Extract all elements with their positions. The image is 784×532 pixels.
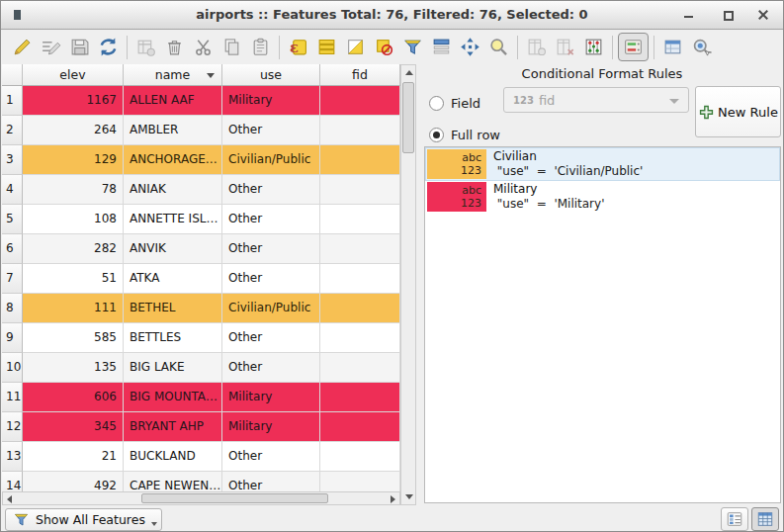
- row-number[interactable]: 4: [2, 175, 23, 205]
- cell-name[interactable]: BUCKLAND: [124, 442, 222, 472]
- cell-use[interactable]: Other: [222, 116, 320, 145]
- cell-elev[interactable]: 345: [23, 412, 124, 442]
- cell-use[interactable]: Other: [222, 442, 320, 472]
- delete-selected-button[interactable]: [161, 34, 188, 60]
- vertical-scroll-thumb[interactable]: [402, 82, 414, 153]
- cell-name[interactable]: ATKA: [124, 264, 222, 294]
- rule-item[interactable]: abc123Civilian "use" = 'Civilian/Public': [426, 148, 779, 180]
- deselect-all-button[interactable]: [371, 34, 397, 60]
- cell-use[interactable]: Civilian/Public: [222, 145, 320, 175]
- cell-name[interactable]: ANVIK: [124, 234, 222, 264]
- row-number[interactable]: 1: [2, 86, 23, 116]
- cell-fid[interactable]: [320, 234, 400, 264]
- conditional-formatting-button[interactable]: [618, 33, 649, 61]
- cell-elev[interactable]: 264: [23, 116, 124, 145]
- cut-features-button[interactable]: [190, 34, 217, 60]
- delete-field-button[interactable]: [552, 34, 578, 60]
- cell-fid[interactable]: [320, 205, 400, 234]
- copy-features-button[interactable]: [218, 34, 245, 60]
- cell-fid[interactable]: [320, 145, 400, 175]
- cell-name[interactable]: BETTLES: [124, 323, 222, 353]
- cell-elev[interactable]: 51: [23, 264, 124, 294]
- cell-use[interactable]: Military: [222, 412, 320, 442]
- cell-fid[interactable]: [320, 294, 400, 323]
- cell-use[interactable]: Other: [222, 264, 320, 294]
- cell-fid[interactable]: [320, 442, 400, 472]
- rule-color-swatch[interactable]: abc123: [427, 149, 486, 179]
- scroll-up-arrow-icon[interactable]: [405, 70, 413, 75]
- move-selection-to-top-button[interactable]: [428, 34, 455, 60]
- cell-elev[interactable]: 492: [23, 472, 124, 491]
- field-calculator-button[interactable]: [580, 34, 607, 60]
- field-radio[interactable]: Field: [429, 96, 480, 111]
- cell-fid[interactable]: [320, 472, 400, 491]
- column-header-use[interactable]: use: [222, 64, 320, 86]
- column-header-elev[interactable]: elev: [23, 64, 124, 86]
- column-header-fid[interactable]: fid: [320, 64, 400, 86]
- cell-use[interactable]: Military: [222, 383, 320, 412]
- cell-elev[interactable]: 1167: [23, 86, 124, 116]
- cell-use[interactable]: Other: [222, 234, 320, 264]
- column-header-name[interactable]: name: [124, 64, 222, 86]
- row-number[interactable]: 2: [2, 116, 23, 145]
- cell-elev[interactable]: 78: [23, 175, 124, 205]
- cell-fid[interactable]: [320, 116, 400, 145]
- cell-fid[interactable]: [320, 383, 400, 412]
- select-by-expression-button[interactable]: ε: [285, 34, 311, 60]
- row-number[interactable]: 9: [2, 323, 23, 353]
- row-number[interactable]: 8: [2, 294, 23, 323]
- scroll-down-arrow-icon[interactable]: [405, 494, 413, 499]
- cell-fid[interactable]: [320, 86, 400, 116]
- row-number[interactable]: 11: [2, 383, 23, 412]
- cell-name[interactable]: ANCHORAGE…: [124, 145, 222, 175]
- cell-name[interactable]: AMBLER: [124, 116, 222, 145]
- row-number[interactable]: 14: [2, 472, 23, 491]
- scroll-left-arrow-icon[interactable]: [7, 495, 12, 503]
- multi-edit-mode-button[interactable]: [38, 34, 64, 60]
- cell-elev[interactable]: 606: [23, 383, 124, 412]
- cell-elev[interactable]: 21: [23, 442, 124, 472]
- rule-color-swatch[interactable]: abc123: [427, 182, 486, 212]
- row-number[interactable]: 10: [2, 353, 23, 383]
- row-number[interactable]: 3: [2, 145, 23, 175]
- cell-name[interactable]: CAPE NEWEN…: [124, 472, 222, 491]
- cell-fid[interactable]: [320, 264, 400, 294]
- row-number[interactable]: 12: [2, 412, 23, 442]
- search-settings-button[interactable]: [688, 34, 715, 60]
- new-rule-button[interactable]: New Rule: [695, 86, 781, 137]
- cell-elev[interactable]: 135: [23, 353, 124, 383]
- horizontal-scroll-thumb[interactable]: [141, 493, 328, 503]
- toggle-editing-button[interactable]: [9, 34, 36, 60]
- dock-attribute-table-button[interactable]: [659, 34, 686, 60]
- invert-selection-button[interactable]: [342, 34, 369, 60]
- cell-name[interactable]: ALLEN AAF: [124, 86, 222, 116]
- form-view-button[interactable]: [721, 507, 748, 531]
- cell-elev[interactable]: 282: [23, 234, 124, 264]
- new-field-button[interactable]: [523, 34, 550, 60]
- cell-elev[interactable]: 129: [23, 145, 124, 175]
- minimize-button[interactable]: [674, 1, 702, 29]
- row-number[interactable]: 7: [2, 264, 23, 294]
- cell-name[interactable]: ANNETTE ISL…: [124, 205, 222, 234]
- vertical-scrollbar[interactable]: [400, 64, 416, 505]
- rule-item[interactable]: abc123Military "use" = 'Military': [426, 181, 779, 213]
- add-feature-button[interactable]: [132, 34, 159, 60]
- full-row-radio-circle-icon[interactable]: [429, 128, 444, 142]
- cell-fid[interactable]: [320, 323, 400, 353]
- cell-use[interactable]: Other: [222, 175, 320, 205]
- table-corner-header[interactable]: [2, 64, 23, 86]
- cell-name[interactable]: BIG LAKE: [124, 353, 222, 383]
- cell-use[interactable]: Other: [222, 353, 320, 383]
- close-button[interactable]: [749, 1, 777, 29]
- field-select-combobox[interactable]: 123 fid: [503, 87, 689, 113]
- cell-fid[interactable]: [320, 412, 400, 442]
- cell-fid[interactable]: [320, 175, 400, 205]
- cell-fid[interactable]: [320, 353, 400, 383]
- pan-to-selection-button[interactable]: [457, 34, 483, 60]
- cell-elev[interactable]: 111: [23, 294, 124, 323]
- table-view-button[interactable]: [751, 507, 779, 531]
- select-by-form-button[interactable]: [399, 34, 426, 60]
- row-number[interactable]: 13: [2, 442, 23, 472]
- cell-use[interactable]: Other: [222, 323, 320, 353]
- field-radio-circle-icon[interactable]: [429, 96, 444, 111]
